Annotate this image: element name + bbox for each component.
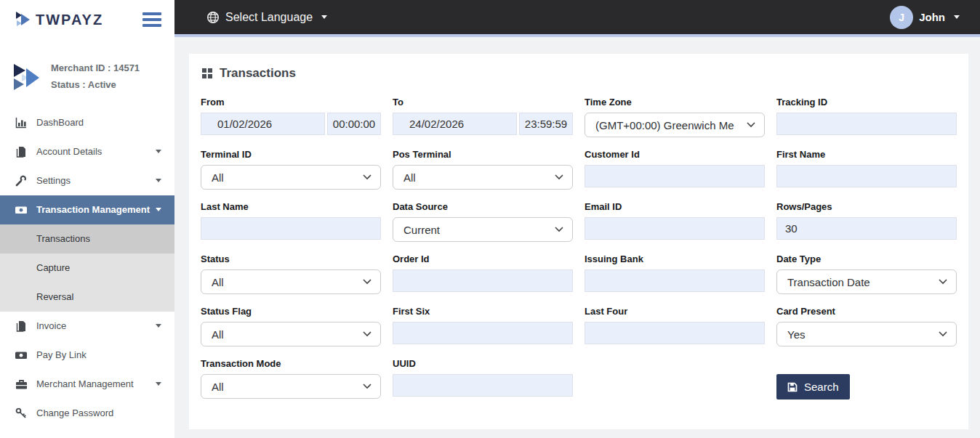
- sidebar-item-pay-by-link[interactable]: Pay By Link: [0, 341, 174, 370]
- chevron-down-icon: [156, 324, 161, 328]
- sidebar-subitem-capture[interactable]: Capture: [0, 254, 174, 283]
- chevron-down-icon: [363, 331, 371, 337]
- field-label: Card Present: [776, 306, 957, 317]
- chevron-down-icon: [363, 384, 371, 389]
- sidebar-item-settings[interactable]: Settings: [0, 166, 174, 195]
- last-name-input[interactable]: [201, 217, 381, 240]
- language-dropdown[interactable]: Select Language: [206, 11, 327, 24]
- field-order-id: Order Id: [393, 254, 573, 294]
- sidebar-subitem-label: Capture: [36, 262, 70, 273]
- field-label: First Name: [776, 149, 957, 160]
- card-present-select[interactable]: Yes: [776, 322, 957, 346]
- sidebar-item-change-password[interactable]: Change Password: [0, 399, 174, 428]
- sidebar-item-label: Invoice: [36, 320, 156, 331]
- field-label: From: [201, 97, 381, 108]
- sidebar-item-label: DashBoard: [36, 117, 161, 128]
- field-first-name: First Name: [776, 149, 957, 190]
- page-title: Transactions: [220, 66, 296, 81]
- chevron-down-icon: [156, 382, 161, 386]
- sidebar-item-merchant-management[interactable]: Merchant Management: [0, 370, 174, 399]
- sidebar-item-invoice[interactable]: Invoice: [0, 312, 174, 341]
- to-time-input[interactable]: [519, 113, 573, 135]
- document-icon: [15, 146, 28, 158]
- field-rows-pages: Rows/Pages: [776, 201, 957, 242]
- field-first-six: First Six: [393, 306, 573, 346]
- search-button[interactable]: Search: [776, 374, 850, 400]
- terminal-id-select[interactable]: All: [201, 165, 381, 190]
- chevron-down-icon: [156, 179, 161, 182]
- pos-terminal-select[interactable]: All: [393, 165, 573, 190]
- sidebar-item-label: Settings: [36, 175, 156, 186]
- field-label: Last Name: [201, 201, 381, 212]
- transaction-mode-select[interactable]: All: [201, 374, 381, 399]
- uuid-input[interactable]: [393, 374, 573, 397]
- order-id-input[interactable]: [393, 269, 573, 292]
- status-flag-select[interactable]: All: [201, 322, 381, 346]
- field-email-id: Email ID: [585, 201, 765, 242]
- rows-pages-input[interactable]: [776, 217, 957, 240]
- to-date-input[interactable]: [393, 113, 517, 135]
- field-label: Tracking ID: [776, 97, 957, 108]
- sidebar-item-account-details[interactable]: Account Details: [0, 137, 174, 166]
- sidebar-subitem-transactions[interactable]: Transactions: [0, 224, 174, 254]
- field-uuid: UUID: [393, 358, 573, 400]
- customer-id-input[interactable]: [585, 165, 765, 187]
- save-icon: [787, 382, 798, 392]
- brand-row: TWPAYZ: [0, 0, 174, 36]
- brand-logo-icon: [15, 11, 31, 28]
- sidebar-item-transaction-management[interactable]: Transaction Management: [0, 195, 174, 224]
- field-label: Terminal ID: [201, 149, 381, 160]
- field-last-name: Last Name: [201, 201, 381, 242]
- user-menu[interactable]: J John: [890, 6, 960, 29]
- brand-logo[interactable]: TWPAYZ: [15, 11, 103, 28]
- first-six-input[interactable]: [393, 322, 573, 344]
- from-time-input[interactable]: [327, 113, 381, 135]
- briefcase-icon: [15, 378, 28, 390]
- sidebar-subitem-reversal[interactable]: Reversal: [0, 283, 174, 312]
- chevron-down-icon: [156, 208, 161, 211]
- from-date-input[interactable]: [201, 113, 325, 135]
- email-id-input[interactable]: [585, 217, 765, 240]
- bar-chart-icon: [15, 117, 28, 129]
- last-four-input[interactable]: [585, 322, 765, 344]
- banknote-icon: [15, 349, 28, 361]
- issuing-bank-input[interactable]: [585, 269, 765, 292]
- merchant-logo-icon: [12, 61, 42, 93]
- field-label: Email ID: [585, 201, 765, 212]
- field-label: Last Four: [585, 306, 765, 317]
- field-issuing-bank: Issuing Bank: [585, 254, 765, 294]
- sidebar-item-label: Merchant Management: [36, 378, 156, 389]
- field-label: Rows/Pages: [776, 201, 957, 212]
- sidebar-nav: DashBoard Account Details Settings Trans…: [0, 108, 174, 428]
- field-spacer: [585, 358, 765, 400]
- date-type-select[interactable]: Transaction Date: [776, 269, 957, 294]
- sidebar-item-label: Account Details: [36, 146, 156, 157]
- status-select[interactable]: All: [201, 269, 381, 294]
- language-icon: [206, 11, 220, 24]
- field-label: Order Id: [393, 254, 573, 264]
- timezone-select[interactable]: (GMT+00:00) Greenwich Me: [585, 113, 765, 137]
- sidebar-item-dashboard[interactable]: DashBoard: [0, 108, 174, 137]
- tracking-id-input[interactable]: [776, 113, 957, 135]
- field-from: From: [201, 97, 381, 137]
- first-name-input[interactable]: [776, 165, 957, 187]
- merchant-info: Merchant ID : 14571 Status : Active: [0, 36, 174, 98]
- invoice-icon: [15, 320, 28, 332]
- chevron-down-icon: [156, 150, 161, 153]
- chevron-down-icon: [555, 174, 563, 180]
- brand-name: TWPAYZ: [36, 12, 103, 28]
- field-last-four: Last Four: [585, 306, 765, 346]
- money-bill-icon: [15, 204, 28, 216]
- field-status: Status All: [201, 254, 381, 294]
- data-source-select[interactable]: Current: [393, 217, 573, 242]
- field-to: To: [393, 97, 573, 137]
- content-area: Transactions From To Time Zone: [174, 40, 980, 438]
- sidebar-subitem-label: Transactions: [36, 233, 90, 244]
- card-header: Transactions: [189, 54, 968, 82]
- wrench-icon: [15, 175, 28, 187]
- chevron-down-icon: [555, 227, 563, 232]
- filter-form: From To Time Zone (GMT+00:00) Greenwich …: [189, 82, 968, 400]
- hamburger-menu-icon[interactable]: [142, 9, 161, 30]
- field-label: Date Type: [776, 254, 957, 264]
- field-customer-id: Customer Id: [585, 149, 765, 190]
